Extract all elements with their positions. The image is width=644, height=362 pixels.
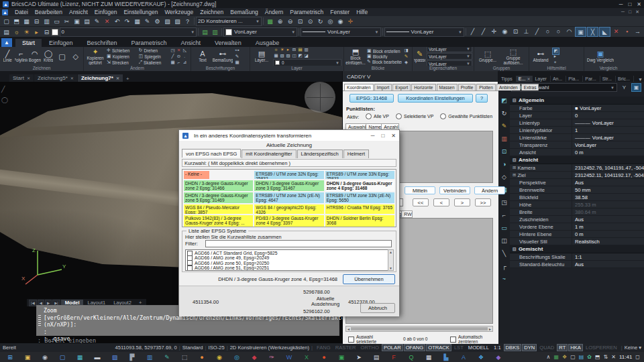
ribbon-button-kopieren-gefuehrt[interactable]: ✦ Kopieren geführt [85, 48, 105, 65]
app-icon[interactable]: F [385, 352, 402, 362]
snap-parallel-icon[interactable]: ◣ [599, 27, 610, 37]
ribbon-button[interactable]: ◇ [70, 52, 82, 61]
modify-extra-icon[interactable]: ⊿ [182, 60, 188, 66]
autocenter-checkbox[interactable]: Automatisch zentrieren [450, 335, 490, 344]
tray-icon[interactable]: ⬒ [595, 354, 600, 360]
ribbon-tab[interactable]: Ausgabe [249, 39, 286, 47]
checkbox-icon[interactable] [187, 265, 193, 271]
caddy-tab[interactable]: Plotten [476, 84, 496, 90]
status-toggle[interactable]: RT [557, 344, 568, 351]
app-icon[interactable]: ◆ [490, 352, 507, 362]
print-preview-icon[interactable]: ▥ [42, 17, 52, 25]
selection-checkbox[interactable]: Auswahl selektierte [348, 335, 384, 344]
ribbon-small-button[interactable]: ▣ Kopieren [107, 54, 137, 60]
ribbon-small-button[interactable]: ◫ Spiegeln [139, 54, 169, 60]
menu-item[interactable]: Zeichnen [197, 9, 227, 15]
caddy-panel-header[interactable]: CADDY V [342, 71, 498, 82]
status-toggle[interactable]: HKA [568, 344, 583, 351]
epsg-shortcut-cell[interactable]: Pulkovo 1942(83) / 3-degree Gauss-Kruger… [184, 215, 253, 227]
horizontal-scrollbar[interactable]: ◄► [345, 326, 493, 332]
ribbon-button[interactable]: ╱ Linie [1, 50, 13, 63]
property-row[interactable]: Blickfeld 38.58 [510, 194, 644, 201]
ribbon-button-dwg-vergleich[interactable]: ▣ Dwg Vergleich [586, 50, 615, 63]
app-icon[interactable]: ▬ [89, 352, 106, 362]
dialog-tab[interactable]: mit Koordinatengitter [241, 149, 296, 158]
table-icon[interactable]: ▦ [132, 17, 142, 25]
property-row[interactable]: Linienstärke VonLayer [510, 134, 644, 141]
tab-close-icon[interactable]: ✕ [70, 76, 74, 80]
property-row[interactable]: Standard-Beleuchtu Aus [510, 261, 644, 268]
layer-extra-icon[interactable]: ▧ [279, 52, 285, 58]
layer-extra-icon[interactable]: ▦ [273, 52, 279, 58]
app-icon[interactable]: ⬚ [176, 352, 193, 362]
status-toggle[interactable]: QUAD [537, 344, 556, 351]
caddy-tab[interactable]: Export [392, 84, 411, 90]
layer-extra-icon[interactable]: ▨ [285, 52, 291, 58]
caddy-tab[interactable]: Massen [437, 84, 458, 90]
annotate-extra-icon[interactable]: ▦ [234, 60, 240, 66]
menu-item[interactable]: Parametrisch [286, 9, 327, 15]
menu-item[interactable]: Hilfe [353, 9, 371, 15]
layer-on-icon[interactable]: ☼ [11, 27, 21, 36]
bricscad-icon[interactable]: A [455, 352, 472, 362]
scroll-thumb[interactable] [351, 327, 488, 330]
pan-icon[interactable]: ✛ [345, 17, 356, 25]
layer-extra-icon[interactable]: ◩ [297, 52, 303, 58]
layer-thaw-icon[interactable]: ☀ [21, 27, 32, 36]
section-header-allgemein[interactable]: Allgemein [510, 97, 644, 105]
cut-icon[interactable]: ✂ [62, 17, 72, 25]
layer-extra-icon[interactable]: ▥ [303, 47, 309, 52]
caddy-action-button[interactable]: Verbinden [439, 186, 470, 194]
dialog-close-button[interactable]: ✕ [391, 133, 396, 139]
erase-icon[interactable]: ✕ [102, 17, 112, 25]
ribbon-tab[interactable]: Einfügen [42, 39, 80, 47]
panel-tab[interactable]: An... [551, 76, 566, 82]
modify-extra-icon[interactable]: ⊙ [176, 54, 182, 60]
app-icon[interactable]: ▥ [141, 352, 158, 362]
app-icon[interactable]: ▙ [437, 352, 455, 362]
panel-tab[interactable]: Tipps [499, 76, 517, 82]
layer-extra-icon[interactable]: ▤ [297, 47, 303, 52]
property-dropdown[interactable]: VonLayer▼ [427, 47, 472, 52]
property-row[interactable]: Breite 380.64 m [510, 208, 644, 216]
viewport-tool-icon[interactable]: ◯ [1, 97, 8, 103]
filter-input[interactable] [205, 240, 392, 247]
tab-close-icon[interactable]: ✕ [27, 76, 30, 80]
property-row[interactable]: Layer 0 [510, 112, 644, 119]
layer-previous-icon[interactable]: ▥ [210, 27, 220, 36]
dim-style[interactable]: ISO-25 [209, 345, 225, 351]
layer-state-icon[interactable]: ▤ [200, 27, 210, 36]
zoom-extents-icon[interactable]: ⊙ [305, 17, 315, 25]
menu-item[interactable]: Ansicht [66, 9, 91, 15]
layer-lock-icon[interactable]: ▸ [32, 27, 42, 36]
snap-nearest-icon[interactable]: ╱ [468, 27, 478, 36]
volume-muted-icon[interactable]: ✕ [611, 354, 616, 360]
property-row[interactable]: Ziel 2312452.11, 1041192.17, -5045831.17 [510, 172, 644, 179]
scroll-right-icon[interactable]: ► [488, 327, 492, 331]
dialog-tab[interactable]: von EPSG nach EPSG [182, 149, 241, 158]
copy-icon[interactable]: ▣ [72, 17, 82, 25]
side-tool-icon[interactable]: ✎ [500, 121, 509, 130]
menu-item[interactable]: Einfügen [91, 9, 121, 15]
property-row[interactable]: Perspektive Aus [510, 179, 644, 186]
modify-extra-icon[interactable]: ╱ [170, 54, 176, 60]
dialog-tab[interactable]: Länderspezifisch [297, 149, 343, 158]
panel-tab[interactable]: Pla... [566, 76, 583, 82]
property-row[interactable]: Linientypfaktor 1 [510, 127, 644, 134]
record-nav-button[interactable]: > [454, 198, 470, 206]
caddy-tab[interactable]: Extras [521, 84, 539, 90]
mdi-close-button[interactable]: ✕ [635, 9, 639, 15]
undo-icon[interactable]: ↶ [112, 17, 122, 25]
paste-icon[interactable]: ▤ [82, 17, 92, 25]
hatch-icon[interactable]: ✎ [142, 17, 152, 25]
block-extra-icon[interactable]: ◨ [403, 48, 409, 54]
menu-item[interactable]: Fenster [327, 9, 353, 15]
snap-endpoint-icon[interactable]: ╱ [478, 27, 488, 36]
epsg-list-item[interactable]: AGD66 / ACT Standard Grid, Epsg=5825 [187, 251, 390, 255]
dialog-minimize-button[interactable]: ─ [371, 133, 375, 139]
print-icon[interactable]: ⊟ [32, 17, 42, 25]
layer-plot-icon[interactable]: ⊟ [42, 27, 52, 36]
modify-extra-icon[interactable]: ✕ [176, 48, 182, 54]
panel-menu-icon[interactable]: ▼ [638, 77, 643, 82]
app-icon[interactable]: ➤ [350, 352, 368, 362]
